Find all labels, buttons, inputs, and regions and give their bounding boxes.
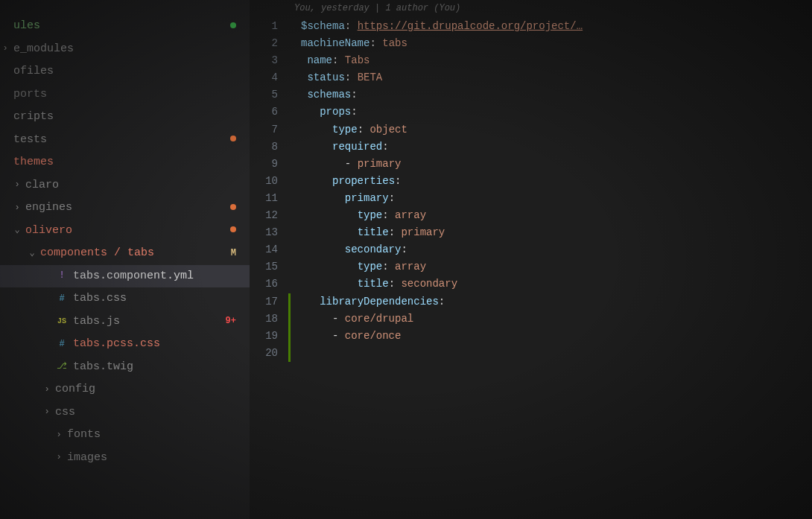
- line-number: 2: [250, 35, 278, 52]
- file-type-icon: !: [55, 267, 69, 284]
- code-line[interactable]: required:: [301, 138, 812, 156]
- git-diff-gutter: [288, 18, 291, 519]
- folder-item[interactable]: ›images: [0, 447, 250, 470]
- code-line[interactable]: props:: [301, 104, 812, 121]
- folder-item[interactable]: ›engines: [0, 197, 250, 220]
- code-line[interactable]: libraryDependencies:: [301, 293, 812, 311]
- git-status-badge: M: [231, 245, 242, 262]
- tree-item-label: cripts: [13, 106, 54, 128]
- tree-item-label: tabs.component.yml: [73, 266, 194, 287]
- tree-item-label: fonts: [67, 424, 101, 446]
- code-line[interactable]: - primary: [301, 156, 812, 173]
- code-line[interactable]: type: object: [301, 121, 812, 138]
- git-blame-annotation: You, yesterday | 1 author (You): [250, 0, 812, 18]
- code-line[interactable]: secondary:: [301, 241, 812, 258]
- tree-item-label: config: [55, 379, 95, 401]
- workspace: ules›e_modules ofiles ports cripts tests…: [0, 0, 812, 519]
- folder-item[interactable]: ⌄olivero: [0, 220, 250, 243]
- tree-item-label: tabs.css: [73, 288, 127, 310]
- folder-item[interactable]: ⌄components / tabsM: [0, 242, 250, 265]
- line-number-gutter: 1234567891011121314151617181920: [250, 18, 288, 519]
- line-number: 7: [250, 121, 278, 138]
- line-number: 19: [250, 328, 278, 345]
- file-type-icon: #: [55, 336, 69, 353]
- tree-item-label: css: [55, 402, 75, 424]
- file-item[interactable]: ports: [0, 83, 250, 106]
- folder-item[interactable]: ›e_modules: [0, 38, 250, 61]
- folder-item[interactable]: ›claro: [0, 174, 250, 197]
- code-line[interactable]: - core/once: [301, 328, 812, 345]
- tree-item-label: tabs.js: [73, 311, 120, 333]
- code-content[interactable]: $schema: https://git.drupalcode.org/proj…: [291, 18, 812, 519]
- code-line[interactable]: properties:: [301, 173, 812, 190]
- code-line[interactable]: name: Tabs: [301, 52, 812, 69]
- line-number: 8: [250, 138, 278, 156]
- line-number: 6: [250, 104, 278, 121]
- chevron-down-icon[interactable]: ⌄: [27, 245, 37, 262]
- code-line[interactable]: [301, 345, 812, 362]
- code-line[interactable]: status: BETA: [301, 69, 812, 86]
- line-number: 4: [250, 69, 278, 86]
- chevron-right-icon[interactable]: ›: [42, 404, 52, 421]
- folder-item[interactable]: ›css: [0, 401, 250, 424]
- git-status-dot: [230, 18, 242, 35]
- tree-item-label: claro: [25, 175, 59, 197]
- file-item[interactable]: !tabs.component.yml: [0, 265, 250, 288]
- code-editor[interactable]: You, yesterday | 1 author (You) 12345678…: [250, 0, 812, 519]
- git-status-dot: [230, 131, 242, 148]
- git-added-indicator: [288, 293, 291, 362]
- tree-item-label: ports: [13, 84, 47, 106]
- code-line[interactable]: $schema: https://git.drupalcode.org/proj…: [301, 18, 812, 35]
- file-item[interactable]: ules: [0, 15, 250, 38]
- file-item[interactable]: themes: [0, 151, 250, 174]
- line-number: 14: [250, 241, 278, 258]
- line-number: 5: [250, 86, 278, 104]
- file-item[interactable]: #tabs.pcss.css: [0, 333, 250, 356]
- chevron-right-icon[interactable]: ›: [54, 449, 64, 466]
- chevron-right-icon[interactable]: ›: [54, 427, 64, 444]
- line-number: 13: [250, 224, 278, 241]
- file-item[interactable]: ⎇tabs.twig: [0, 356, 250, 379]
- code-line[interactable]: type: array: [301, 207, 812, 224]
- chevron-down-icon[interactable]: ⌄: [12, 222, 22, 239]
- folder-item[interactable]: ›fonts: [0, 424, 250, 447]
- code-line[interactable]: type: array: [301, 258, 812, 276]
- line-number: 17: [250, 293, 278, 311]
- code-line[interactable]: - core/drupal: [301, 311, 812, 328]
- code-line[interactable]: schemas:: [301, 86, 812, 104]
- line-number: 20: [250, 345, 278, 362]
- line-number: 16: [250, 276, 278, 293]
- chevron-right-icon[interactable]: ›: [42, 381, 52, 398]
- file-item[interactable]: #tabs.css: [0, 287, 250, 311]
- tree-item-label: components / tabs: [40, 243, 154, 264]
- line-number: 11: [250, 190, 278, 207]
- git-status-badge: 9+: [226, 313, 242, 330]
- code-line[interactable]: machineName: tabs: [301, 35, 812, 52]
- file-item[interactable]: JStabs.js9+: [0, 311, 250, 334]
- line-number: 15: [250, 258, 278, 276]
- chevron-right-icon[interactable]: ›: [12, 200, 22, 217]
- tree-item-label: olivero: [25, 220, 72, 242]
- line-number: 1: [250, 18, 278, 35]
- tree-item-label: images: [67, 448, 107, 469]
- tree-item-label: engines: [25, 197, 72, 219]
- chevron-right-icon[interactable]: ›: [0, 40, 10, 57]
- line-number: 12: [250, 207, 278, 224]
- file-explorer[interactable]: ules›e_modules ofiles ports cripts tests…: [0, 0, 250, 519]
- tree-item-label: ofiles: [13, 61, 54, 83]
- code-line[interactable]: primary:: [301, 190, 812, 207]
- code-line[interactable]: title: secondary: [301, 276, 812, 293]
- code-line[interactable]: title: primary: [301, 224, 812, 241]
- file-type-icon: ⎇: [55, 358, 69, 375]
- tree-item-label: tabs.pcss.css: [73, 334, 160, 355]
- tree-item-label: tabs.twig: [73, 357, 133, 378]
- folder-item[interactable]: ›config: [0, 378, 250, 401]
- file-item[interactable]: ofiles: [0, 60, 250, 83]
- file-item[interactable]: cripts: [0, 106, 250, 129]
- file-type-icon: JS: [55, 314, 69, 328]
- git-status-dot: [230, 222, 242, 239]
- file-item[interactable]: tests: [0, 129, 250, 152]
- line-number: 3: [250, 52, 278, 69]
- chevron-right-icon[interactable]: ›: [12, 176, 22, 194]
- line-number: 10: [250, 173, 278, 190]
